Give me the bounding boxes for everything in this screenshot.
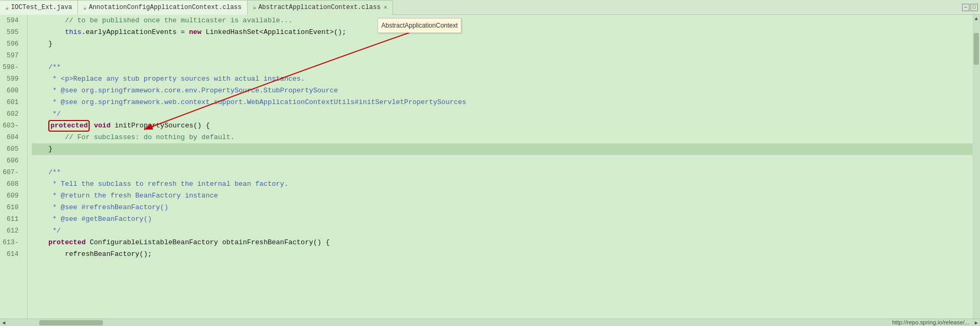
line-607: 607- [0,167,23,178]
code-area[interactable]: AbstractApplicationContext // to be publ… [28,15,973,319]
code-line-608: * Tell the subclass to refresh the inter… [32,178,973,190]
code-line-596: } [32,38,973,50]
line-601: 601 [0,97,23,108]
line-610: 610 [0,202,23,213]
scroll-track-h [7,319,973,327]
code-line-594: // to be published once the multicaster … [32,15,973,27]
horizontal-scrollbar[interactable]: ◀ ▶ http://repo.spring.io/release/... [0,319,980,326]
code-line-600: * @see org.springframework.core.env.Prop… [32,85,973,97]
code-line-613: protected ConfigurableListableBeanFactor… [32,237,973,248]
code-line-614: refreshBeanFactory(); [32,248,973,260]
line-603: 603- [0,120,23,132]
tab-ioctest[interactable]: ☕ IOCTest_Ext.java [0,0,78,15]
line-611: 611 [0,213,23,225]
line-595: 595 [0,27,23,38]
tab-abstractappcontext[interactable]: ☕ AbstractApplicationContext.class ✕ [248,0,393,15]
line-614: 614 [0,248,23,260]
code-line-597 [32,50,973,62]
java-icon: ☕ [5,4,9,11]
vertical-scrollbar[interactable]: ▲ [973,15,980,319]
java-icon-2: ☕ [83,4,87,11]
status-url: http://repo.spring.io/release/... [892,319,969,326]
editor-container: ☕ IOCTest_Ext.java ☕ AnnotationConfigApp… [0,0,980,326]
scroll-thumb-v[interactable] [974,33,979,65]
scroll-left-arrow[interactable]: ◀ [0,319,7,327]
line-599: 599 [0,73,23,85]
code-line-606 [32,155,973,167]
code-line-612: */ [32,225,973,237]
line-594: 594 [0,15,23,27]
line-613: 613- [0,237,23,248]
tab-label: IOCTest_Ext.java [11,4,72,11]
code-line-602: */ [32,108,973,120]
code-line-603: protected void initPropertySources() { [32,120,973,132]
tooltip: AbstractApplicationContext [378,18,461,33]
tab-label-2: AnnotationConfigApplicationContext.class [89,4,241,11]
tab-annotationconfig[interactable]: ☕ AnnotationConfigApplicationContext.cla… [78,0,248,15]
maximize-button[interactable]: □ [970,4,978,11]
window-controls: — □ [962,4,980,11]
line-numbers: 594 595 596 597 598- 599 600 601 602 603… [0,15,28,319]
tab-bar: ☕ IOCTest_Ext.java ☕ AnnotationConfigApp… [0,0,980,15]
line-602: 602 [0,108,23,120]
code-line-605: } [32,143,973,155]
line-605: 605 [0,143,23,155]
protected-keyword-circled: protected [48,120,90,132]
code-line-611: * @see #getBeanFactory() [32,213,973,225]
scroll-right-arrow[interactable]: ▶ [973,319,980,327]
line-606: 606 [0,155,23,167]
code-line-595: this.earlyApplicationEvents = new Linked… [32,27,973,38]
line-600: 600 [0,85,23,97]
line-597: 597 [0,50,23,62]
line-604: 604 [0,132,23,143]
code-line-604: // For subclasses: do nothing by default… [32,132,973,143]
editor-body: 594 595 596 597 598- 599 600 601 602 603… [0,15,980,319]
close-tab-button[interactable]: ✕ [384,4,388,11]
code-line-607: /** [32,167,973,178]
scroll-thumb-h[interactable] [39,320,103,325]
line-596: 596 [0,38,23,50]
line-608: 608 [0,178,23,190]
code-line-609: * @return the fresh BeanFactory instance [32,190,973,202]
code-line-610: * @see #refreshBeanFactory() [32,202,973,213]
tab-label-3: AbstractApplicationContext.class [258,4,380,11]
scroll-up-arrow[interactable]: ▲ [975,15,978,22]
code-line-599: * <p>Replace any stub property sources w… [32,73,973,85]
code-line-601: * @see org.springframework.web.context.s… [32,97,973,108]
code-line-598: /** [32,62,973,73]
line-612: 612 [0,225,23,237]
minimize-button[interactable]: — [962,4,969,11]
line-598: 598- [0,62,23,73]
java-icon-3: ☕ [253,4,257,11]
line-609: 609 [0,190,23,202]
